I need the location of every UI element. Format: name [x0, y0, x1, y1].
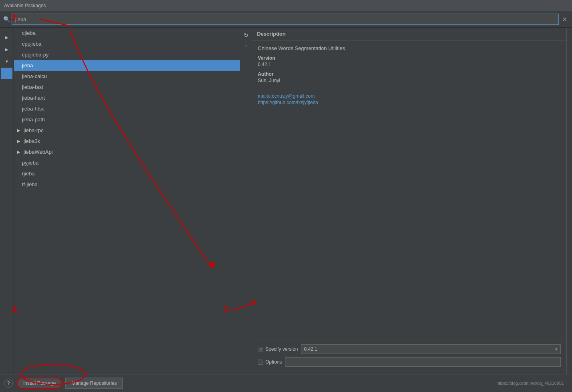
version-select[interactable]: 0.42.10.42.00.41.00.40.0 — [301, 344, 561, 354]
package-item[interactable]: jieba — [14, 60, 240, 71]
middle-toolbar: ↻ + — [240, 28, 252, 374]
specify-version-checkbox[interactable] — [258, 347, 263, 352]
options-label: Options — [265, 359, 282, 365]
options-row: Options — [258, 357, 561, 367]
specify-version-checkbox-wrap: Specify version — [258, 346, 298, 352]
package-item[interactable]: jieba-calcu — [14, 71, 240, 82]
main-window: Available Packages 🔍 ✕ ▶ ▶ ▼ cjiebacppji… — [0, 0, 572, 392]
package-item[interactable]: jieba-hant — [14, 92, 240, 103]
sidebar-icon-active[interactable] — [1, 68, 12, 79]
options-checkbox-wrap: Options — [258, 359, 282, 365]
manage-repositories-button[interactable]: Manage Repositories — [65, 378, 122, 389]
package-item[interactable]: cppjieba — [14, 38, 240, 49]
description-header: Description — [252, 28, 566, 40]
sidebar-icon-2[interactable]: ▶ — [1, 44, 12, 55]
package-item[interactable]: pyjieba — [14, 157, 240, 168]
package-item[interactable]: cjieba — [14, 28, 240, 38]
version-value: 0.42.1 — [258, 62, 561, 67]
package-item[interactable]: cppjieba-py — [14, 49, 240, 60]
title-bar: Available Packages — [0, 0, 572, 11]
package-item[interactable]: ▶jieba-rpc — [14, 125, 240, 136]
package-list: cjiebacppjiebacppjieba-pyjiebajieba-calc… — [14, 28, 240, 374]
author-label: Author — [258, 71, 561, 77]
package-github-link[interactable]: https://github.com/fxsjy/jieba — [258, 100, 561, 105]
options-checkbox[interactable] — [258, 360, 263, 365]
left-action-bar: Install Package Manage Repositories — [17, 378, 243, 389]
package-item[interactable]: jieba-htsc — [14, 103, 240, 114]
specify-version-label: Specify version — [265, 346, 298, 352]
package-item[interactable]: ▶jiebaWebApi — [14, 147, 240, 157]
left-sidebar: ▶ ▶ ▼ — [0, 28, 14, 374]
status-url: https://blog.csdn.net/qq_46216951 — [496, 381, 564, 386]
add-button[interactable]: + — [242, 41, 251, 50]
package-title: Chinese Words Segmentation Utilities — [258, 45, 561, 51]
package-list-panel: cjiebacppjiebacppjieba-pyjiebajieba-calc… — [14, 28, 240, 374]
author-value: Sun, Junyi — [258, 78, 561, 83]
sidebar-icon-1[interactable]: ▶ — [1, 32, 12, 43]
search-clear-button[interactable]: ✕ — [560, 16, 569, 23]
right-panel: Description Chinese Words Segmentation U… — [252, 28, 566, 374]
package-item[interactable]: tf-jieba — [14, 179, 240, 190]
title-bar-text: Available Packages — [4, 3, 46, 8]
package-email-link[interactable]: mailto:ccnusjy@gmail.com — [258, 93, 561, 99]
version-select-wrapper: 0.42.10.42.00.41.00.40.0 — [301, 344, 561, 354]
search-icon: 🔍 — [3, 16, 10, 22]
action-bar: ? Install Package Manage Repositories ht… — [0, 374, 572, 392]
search-bar: 🔍 ✕ — [0, 11, 572, 28]
package-item[interactable]: jieba-path — [14, 114, 240, 125]
specify-version-row: Specify version 0.42.10.42.00.41.00.40.0 — [258, 344, 561, 354]
package-item[interactable]: ▶jieba3k — [14, 136, 240, 147]
refresh-button[interactable]: ↻ — [242, 31, 251, 40]
right-scrollbar[interactable] — [566, 28, 572, 374]
options-input[interactable] — [285, 357, 561, 367]
help-button[interactable]: ? — [4, 379, 13, 388]
description-panel: Description Chinese Words Segmentation U… — [252, 28, 566, 374]
description-content: Chinese Words Segmentation Utilities Ver… — [252, 40, 566, 340]
search-input[interactable] — [12, 14, 559, 25]
sidebar-icon-3[interactable]: ▼ — [1, 56, 12, 67]
package-item[interactable]: rjieba — [14, 168, 240, 179]
package-item[interactable]: jieba-fast — [14, 82, 240, 92]
version-label: Version — [258, 55, 561, 61]
bottom-right-panel: Specify version 0.42.10.42.00.41.00.40.0… — [252, 340, 566, 374]
status-bar: https://blog.csdn.net/qq_46216951 — [243, 381, 568, 386]
content-area: ▶ ▶ ▼ cjiebacppjiebacppjieba-pyjiebajieb… — [0, 28, 572, 374]
install-package-button[interactable]: Install Package — [17, 378, 62, 389]
